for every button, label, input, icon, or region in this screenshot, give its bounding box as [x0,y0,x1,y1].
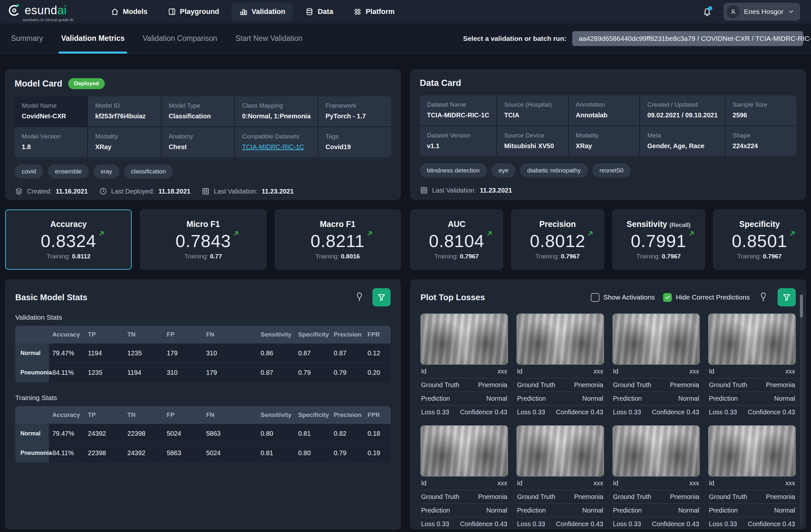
metric-card-specificity[interactable]: Specificity0.8501Training: 0.7967 [713,209,806,270]
metric-card-sensitivity[interactable]: Sensitivity (Recall)0.7991Training: 0.79… [612,209,705,270]
tile-id-row: Idxxx [420,365,508,378]
field-label: Annotation [576,101,632,108]
database-icon [305,7,314,16]
bar-chart-icon [240,7,248,16]
tag-pill[interactable]: covid [15,165,43,178]
tile-prediction-row: PredictionNormal [612,392,700,406]
field-value: 2596 [733,111,789,119]
tag-pill[interactable]: eye [491,163,516,178]
tab-validation-metrics[interactable]: Validation Metrics [61,24,125,53]
field-label: Modality [95,133,153,140]
stats-column-header: Accuracy [49,406,85,424]
tile-ground-truth-row: Ground TruthPnemonia [708,378,796,392]
filter-button[interactable] [372,288,391,307]
metric-card-precision[interactable]: Precision0.8012Training: 0.7967 [511,209,604,270]
metric-training: Training: 0.8016 [316,253,360,260]
field-label: Tags [326,133,384,140]
field-label: Model Type [169,102,227,109]
tile-ground-truth-row: Ground TruthPnemonia [517,490,604,504]
stat-cell: 0.79 [331,363,364,382]
nav-item-validation[interactable]: Validation [232,3,293,21]
row-label: Normal [15,343,49,363]
tag-pill[interactable]: diabetic retinopathy [520,163,588,178]
nav-item-models[interactable]: Models [103,3,155,21]
nav-item-label: Models [123,7,148,16]
show-activations-checkbox[interactable]: Show Activations [591,293,655,302]
stats-column-header: TN [124,406,164,424]
xray-image[interactable] [612,313,700,365]
xray-image[interactable] [420,313,508,365]
notifications-bell-icon[interactable] [702,6,713,17]
metric-row-left: Accuracy0.8324Training: 0.8112Micro F10.… [5,209,401,270]
stat-cell: 5863 [164,443,203,463]
tile-loss-confidence-row: Loss 0.33Confidence 0.43 [708,517,796,529]
stat-cell: 0.87 [331,343,364,363]
xray-image[interactable] [517,313,604,365]
stat-cell: 1194 [85,343,124,363]
tab-validation-comparison[interactable]: Validation Comparison [143,24,217,53]
stat-cell: 0.12 [364,343,391,363]
pin-icon[interactable] [758,292,769,303]
metric-row-right: AUC0.8104Training: 0.7967Precision0.8012… [410,209,806,270]
tab-summary[interactable]: Summary [11,24,43,53]
run-selector-dropdown[interactable]: aa4289d6586440dc99ff8231be8c3a79 / COVID… [572,31,803,46]
tile-loss-confidence-row: Loss 0.33Confidence 0.43 [420,406,508,419]
filter-button[interactable] [778,288,796,307]
playground-icon [168,7,176,16]
hide-correct-predictions-checkbox[interactable]: Hide Correct Predictions [663,293,750,302]
metric-title: Accuracy [50,219,87,229]
xray-image[interactable] [708,313,796,365]
stats-column-header: TP [85,406,124,424]
xray-image[interactable] [612,425,700,476]
xray-image[interactable] [708,425,796,476]
primary-nav: ModelsPlaygroundValidationDataPlatform [103,3,402,21]
metric-card-auc[interactable]: AUC0.8104Training: 0.7967 [410,209,503,270]
stat-cell: 0.20 [364,363,391,382]
tag-pill[interactable]: classification [124,165,173,178]
field-value: Classification [169,112,227,120]
field-tags: TagsCovid19 [319,127,391,157]
tag-pill[interactable]: blindness detection [420,163,487,178]
user-menu[interactable]: Enes Hosgor [724,3,800,20]
field-value: 0:Normal, 1:Pnemonia [242,112,310,120]
tag-pill[interactable]: ensemble [48,165,89,178]
metric-value: 0.8501 [732,232,787,250]
xray-image[interactable] [517,425,604,476]
tab-start-new-validation[interactable]: Start New Validation [235,24,303,53]
stat-cell: 0.87 [257,363,295,382]
tag-pill[interactable]: xray [93,165,119,178]
stat-cell: 24392 [85,424,124,443]
chevron-down-icon [788,9,794,15]
tag-pill[interactable]: resnet50 [592,163,631,178]
xray-image[interactable] [420,425,508,476]
tile-id-row: Idxxx [612,476,700,490]
stat-cell: 22398 [85,443,124,463]
field-created-updated: Created / Updated09.02.2021 / 09.10.2021 [640,95,725,125]
metric-card-macro-f1[interactable]: Macro F10.8211Training: 0.8016 [275,209,401,270]
metric-value: 0.8211 [310,232,365,250]
dataset-link[interactable]: TCIA-MIDRC-RIC-1C [242,143,304,151]
stats-column-header: Precision [331,326,364,343]
metric-card-accuracy[interactable]: Accuracy0.8324Training: 0.8112 [5,209,132,270]
metric-training: Training: 0.77 [185,253,222,260]
tile-id-row: Idxxx [517,476,604,490]
field-value: TCIA-MIDRC-RIC-1C [427,111,489,119]
scrollbar-thumb[interactable] [800,295,803,317]
run-selector-label: Select a validation or batch run: [463,35,566,43]
metric-title: Macro F1 [320,219,355,229]
stat-cell: 0.79 [331,443,364,463]
stat-cell: 0.82 [331,424,364,443]
nav-item-label: Playground [180,7,219,16]
stats-section-title: Validation Stats [15,313,391,321]
nav-item-data[interactable]: Data [297,3,341,21]
metric-card-micro-f1[interactable]: Micro F10.7843Training: 0.77 [140,209,266,270]
field-dataset-name: Dataset NameTCIA-MIDRC-RIC-1C [420,95,496,125]
scrollbar-track[interactable] [800,293,803,525]
stat-cell: 179 [203,363,257,382]
top-loss-tile: IdxxxGround TruthPnemoniaPredictionNorma… [420,425,508,529]
nav-item-playground[interactable]: Playground [160,3,227,21]
brand-logo[interactable]: esundai autobahn to clinical-grade AI [7,2,74,22]
nav-item-platform[interactable]: Platform [346,3,402,21]
stat-cell: 84.11% [49,443,85,463]
pin-icon[interactable] [354,292,365,303]
